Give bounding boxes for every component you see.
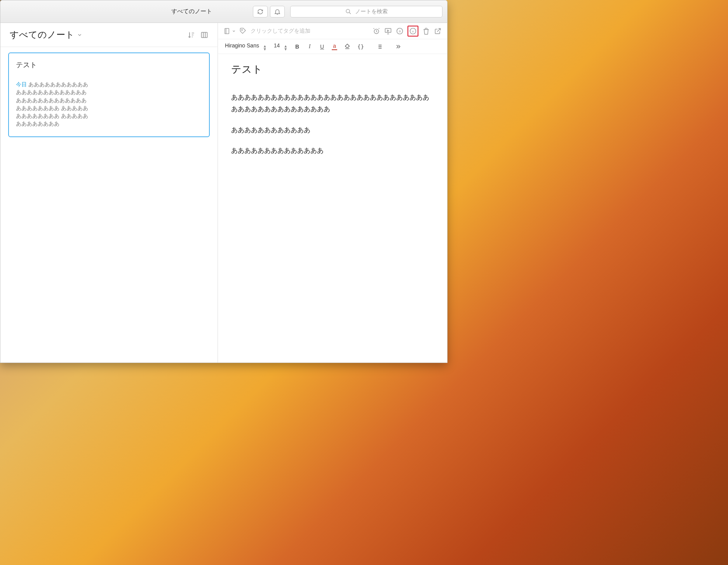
view-mode-button[interactable] <box>200 31 208 39</box>
share-button[interactable] <box>434 27 442 35</box>
paragraph[interactable]: ああああああああああああああ <box>231 145 434 157</box>
more-format-button[interactable] <box>395 44 401 50</box>
font-size-select[interactable]: 14 ▲▼ <box>274 42 287 51</box>
bold-button[interactable]: B <box>294 44 300 50</box>
title-bar: すべてのノート ノートを検索 <box>0 0 447 23</box>
tag-placeholder[interactable]: クリックしてタグを追加 <box>251 28 310 35</box>
note-preview-line: あああああああああああああ <box>16 97 87 103</box>
reminder-button[interactable] <box>373 27 380 35</box>
svg-point-0 <box>346 9 350 13</box>
trash-icon <box>422 27 430 35</box>
document-title[interactable]: テスト <box>231 63 434 76</box>
note-preview-line: あああああああああああああ <box>16 89 87 95</box>
note-preview-line: あああああああああああ <box>28 81 88 87</box>
present-button[interactable] <box>384 27 392 35</box>
tag-icon <box>240 28 247 35</box>
app-window: すべてのノート ノートを検索 すべてのノート <box>0 0 448 363</box>
note-card-title: テスト <box>16 60 202 70</box>
svg-point-3 <box>242 29 242 30</box>
sync-icon <box>257 8 264 15</box>
paragraph[interactable]: ああああああああああああ <box>231 124 434 136</box>
search-placeholder: ノートを検索 <box>355 8 388 15</box>
list-header: すべてのノート <box>0 23 218 47</box>
sort-button[interactable] <box>187 31 195 39</box>
share-icon <box>434 27 442 35</box>
chevron-double-right-icon <box>395 44 401 50</box>
text-color-button[interactable]: a <box>332 43 337 50</box>
highlighter-icon <box>344 44 350 50</box>
svg-text:a: a <box>399 29 401 33</box>
notifications-button[interactable] <box>270 6 285 17</box>
chevron-down-icon[interactable] <box>77 32 82 38</box>
code-block-button[interactable]: {} <box>357 44 364 50</box>
italic-button[interactable]: I <box>307 44 312 50</box>
note-list-body: テスト 今日 あああああああああああ あああああああああああああ あああああああ… <box>0 47 218 363</box>
highlight-button[interactable] <box>344 44 350 50</box>
svg-rect-1 <box>202 32 207 37</box>
note-preview-line: ああああああああ あああああ <box>16 105 88 111</box>
note-card-date: 今日 <box>16 81 27 87</box>
svg-rect-2 <box>225 28 229 34</box>
bell-icon <box>274 8 281 15</box>
paragraph[interactable]: ああああああああああああああああああああああああああああああああああああああああ… <box>231 92 434 115</box>
chevron-down-icon[interactable] <box>232 29 236 33</box>
note-card-preview: 今日 あああああああああああ あああああああああああああ あああああああああああ… <box>16 80 202 128</box>
search-input[interactable]: ノートを検索 <box>290 6 442 17</box>
notebook-icon <box>223 28 230 35</box>
main-split: すべてのノート テスト 今日 <box>0 23 447 363</box>
notebook-button[interactable] <box>223 28 230 35</box>
sort-icon <box>187 31 195 39</box>
search-icon <box>345 8 352 15</box>
underline-button[interactable]: U <box>319 44 325 50</box>
info-icon <box>409 27 417 35</box>
list-pane-title: すべてのノート <box>10 29 75 41</box>
columns-icon <box>200 31 208 39</box>
window-title: すべてのノート <box>171 8 212 15</box>
font-family-select[interactable]: Hiragino Sans ▲▼ <box>225 42 267 51</box>
note-list-pane: すべてのノート テスト 今日 <box>0 23 218 363</box>
note-preview-line: ああああああああ <box>16 120 59 127</box>
annotate-button[interactable]: a <box>396 27 404 35</box>
updown-icon: ▲▼ <box>263 45 267 51</box>
format-bar: Hiragino Sans ▲▼ 14 ▲▼ B I U a {} <box>218 39 447 54</box>
tag-button[interactable] <box>240 28 247 35</box>
note-card[interactable]: テスト 今日 あああああああああああ あああああああああああああ あああああああ… <box>8 52 210 137</box>
document-body[interactable]: ああああああああああああああああああああああああああああああああああああああああ… <box>231 92 434 157</box>
list-button[interactable] <box>376 44 383 50</box>
list-icon <box>376 44 383 50</box>
annotate-icon: a <box>396 27 404 35</box>
sync-button[interactable] <box>253 6 268 17</box>
note-preview-line: ああああああああ あああああ <box>16 113 88 119</box>
editor-meta-bar: クリックしてタグを追加 a <box>218 23 447 39</box>
trash-button[interactable] <box>422 27 430 35</box>
editor-content[interactable]: テスト ああああああああああああああああああああああああああああああああああああ… <box>218 54 447 363</box>
info-button[interactable] <box>408 26 418 37</box>
editor-pane: クリックしてタグを追加 a <box>218 23 447 363</box>
presentation-icon <box>384 27 392 35</box>
updown-icon: ▲▼ <box>284 45 287 51</box>
alarm-icon <box>373 27 380 35</box>
